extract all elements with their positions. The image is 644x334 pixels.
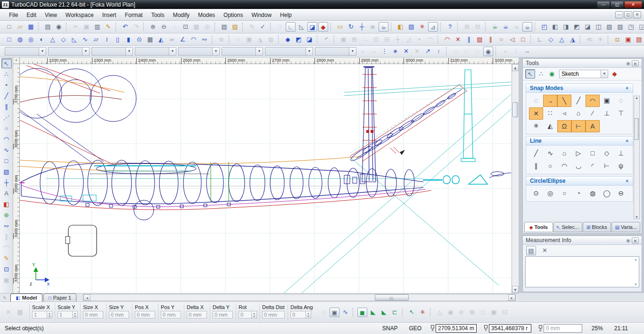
menu-item-modes[interactable]: Modes — [194, 10, 219, 20]
render-wireframe-icon[interactable]: ☕ — [490, 22, 500, 32]
helix-tool-icon[interactable]: ∿ — [80, 35, 90, 44]
lasso-select-icon[interactable]: ∿ — [340, 308, 350, 317]
line-parallel-icon[interactable]: ∥ — [529, 160, 543, 172]
bead-tool-icon[interactable]: ⊚ — [216, 35, 226, 44]
symbol-library-icon[interactable]: ▭ — [335, 22, 345, 32]
spinner[interactable]: ▲▼ — [306, 311, 311, 318]
prism-tool-icon[interactable]: ◇ — [58, 35, 68, 44]
scroll-down-icon[interactable]: ▼ — [512, 286, 519, 293]
move-tool-icon[interactable]: ┼ — [1, 178, 12, 187]
pyramid-tool-icon[interactable]: ◭ — [156, 35, 166, 44]
snap-intersection-icon[interactable]: ✕ — [529, 107, 543, 120]
material-editor-icon[interactable]: ◧ — [396, 22, 405, 32]
property-dropdown-8[interactable]: ▼ — [315, 47, 356, 56]
array-grid2-icon[interactable]: ⊟ — [382, 35, 392, 44]
box-gray-icon[interactable]: ▣ — [244, 35, 254, 44]
color-palette-icon[interactable]: ✳ — [417, 22, 427, 32]
transform-tool-icon[interactable]: ∾ — [1, 221, 12, 231]
scroll-down-icon[interactable]: ▼ — [633, 283, 638, 286]
sketch-copy-icon[interactable]: ▧ — [475, 35, 485, 44]
doc-tab-model[interactable]: ◧Model — [10, 293, 42, 301]
scroll-thumb[interactable] — [512, 102, 518, 117]
pick-move-icon[interactable]: ↖ — [407, 308, 417, 317]
palette-tab-tools[interactable]: ◆Tools — [524, 222, 553, 232]
snap-ortho-icon[interactable]: Ω — [557, 120, 571, 132]
panel-select-icon[interactable]: ↖ — [525, 69, 535, 79]
star-burst-icon[interactable]: ✳ — [595, 35, 605, 44]
render-draft-icon[interactable]: ☕ — [512, 22, 521, 32]
collapse-icon[interactable]: « — [625, 87, 630, 90]
field-input[interactable]: 0 — [290, 311, 306, 318]
facet-select-icon[interactable]: ⊏ — [390, 308, 400, 317]
dome-gray-icon[interactable]: ◠ — [1, 243, 12, 253]
measurement-output[interactable]: ▲ ▼ — [525, 256, 639, 287]
construction-line-icon[interactable]: ⋰ — [1, 113, 12, 122]
circle-tool-icon[interactable]: ○ — [1, 123, 12, 133]
line-single-icon[interactable]: ╱ — [529, 147, 543, 160]
line-rotated-rectangle-icon[interactable]: ◇ — [600, 147, 614, 160]
drawing-canvas[interactable]: Y z x — [20, 64, 512, 293]
snap-run-cross-icon[interactable]: ✕ — [401, 47, 411, 56]
clip-b-icon[interactable]: ▣ — [489, 308, 499, 317]
restore-button[interactable]: ◱ — [611, 1, 624, 8]
print-red-icon[interactable]: ▤ — [634, 35, 644, 44]
line-tangent-arc-icon[interactable]: ◠ — [557, 160, 571, 172]
stamp-tool-icon[interactable]: ◘ — [612, 35, 622, 44]
scroll-up-icon[interactable]: ▲ — [512, 64, 519, 71]
property-dropdown-3[interactable]: ▼ — [91, 47, 133, 56]
scroll-thumb[interactable]: ||| — [375, 294, 409, 301]
fillet-3d-icon[interactable]: ◜ — [322, 35, 331, 44]
snap-run-vertex-icon[interactable]: · — [358, 47, 368, 56]
sketch-parallel-icon[interactable]: ∥ — [486, 35, 495, 44]
spinner[interactable]: ▲▼ — [47, 311, 52, 318]
chevron-down-icon[interactable]: ▼ — [125, 48, 132, 55]
line-tool-icon[interactable]: ╱ — [1, 91, 12, 101]
torus-tool-icon[interactable]: ◎ — [26, 35, 36, 44]
line-tangent-circle-icon[interactable]: ○ — [543, 160, 557, 172]
line-polygon-icon[interactable]: ⌂ — [557, 147, 571, 160]
select-tool-icon[interactable]: ↖ — [1, 58, 12, 68]
boolean-subtract-icon[interactable]: ◩ — [294, 35, 304, 44]
field-input[interactable]: 0 mm — [213, 311, 233, 318]
workplane-icon[interactable]: ⊿ — [428, 22, 438, 32]
spark-icon[interactable]: ✳ — [418, 308, 428, 317]
arc-tool-icon[interactable]: ◠ — [1, 134, 12, 144]
copy-history-icon[interactable]: ▧ — [219, 22, 229, 32]
print-preview-icon[interactable]: ◉ — [54, 22, 64, 32]
ramp-icon[interactable]: ◿ — [404, 35, 413, 44]
pin-icon[interactable]: ◉ — [625, 237, 632, 244]
spinner[interactable]: ▲▼ — [73, 311, 78, 318]
mdi-restore-button[interactable]: ◱ — [624, 11, 632, 18]
style-dropdown[interactable]: Sketch ▼ — [559, 70, 608, 78]
double-line-icon[interactable]: ∥ — [1, 102, 12, 112]
snap-run-p1-icon[interactable]: · — [500, 47, 510, 56]
extract-select-icon[interactable]: ⌂ — [319, 308, 329, 317]
property-dropdown-6[interactable]: ▼ — [222, 47, 263, 56]
boolean-intersect-icon[interactable]: ◪ — [305, 35, 314, 44]
view-top-icon[interactable]: ◫ — [594, 22, 603, 32]
snap-horizontal-icon[interactable]: ⊤ — [614, 107, 628, 120]
clear-selection-icon[interactable]: ✕ — [3, 308, 13, 317]
line-multi-node-icon[interactable]: ⊢ — [600, 160, 614, 172]
snap-angle-icon[interactable]: A — [586, 120, 600, 132]
copy-icon[interactable]: ▣ — [82, 22, 91, 32]
no-snap-icon[interactable]: ◌ — [529, 95, 543, 107]
field-input[interactable]: 0 — [239, 311, 252, 318]
zoom-level[interactable]: 25% — [592, 325, 603, 332]
zoom-out-icon[interactable]: ⊖ — [159, 22, 169, 32]
sketch-flag-icon[interactable]: ◁ — [507, 35, 517, 44]
close-panel-icon[interactable]: ✕ — [632, 237, 639, 244]
circle-concentric-icon[interactable]: ◎ — [543, 187, 557, 200]
array-fit-icon[interactable]: ∴ — [360, 35, 370, 44]
menu-item-view[interactable]: View — [41, 10, 61, 20]
node-hatch-icon[interactable]: ◮ — [568, 35, 578, 44]
undo-icon[interactable]: ↶ — [120, 22, 130, 32]
chevron-down-icon[interactable]: ▼ — [212, 48, 219, 55]
scroll-thumb[interactable] — [635, 118, 639, 140]
line-tangent-arcs-icon[interactable]: ◡ — [571, 160, 586, 172]
line-branch-icon[interactable]: ψ — [614, 160, 628, 172]
menu-item-modify[interactable]: Modify — [169, 10, 194, 20]
property-dropdown-1[interactable]: ▼ — [5, 47, 46, 56]
snap-face-icon[interactable]: ◃ — [557, 107, 571, 120]
menu-item-file[interactable]: File — [5, 10, 22, 20]
